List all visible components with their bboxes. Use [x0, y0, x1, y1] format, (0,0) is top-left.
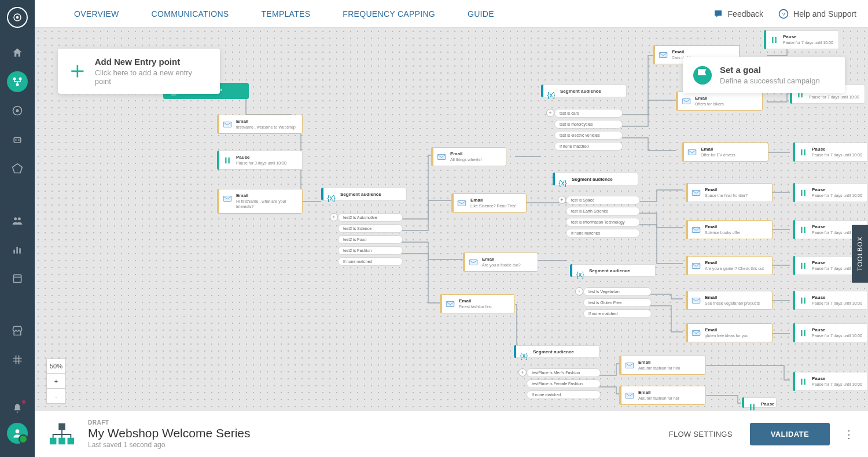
node-her-email[interactable]: EmailAutumn fashion for her: [619, 386, 706, 405]
node-segment-1[interactable]: {x}Segment audience: [321, 188, 407, 200]
svg-text:{x}: {x}: [547, 91, 556, 99]
branch-none[interactable]: If none matched: [554, 142, 623, 151]
node-science-email[interactable]: EmailLike Science? Read This!: [451, 193, 527, 213]
branch[interactable]: test2 is Fashion: [338, 246, 403, 255]
brand-logo[interactable]: [7, 7, 28, 28]
add-entry-card[interactable]: Add New Entry pointClick here to add a n…: [58, 49, 220, 94]
add-branch-button[interactable]: +: [558, 196, 566, 204]
flow-icon[interactable]: [7, 71, 28, 92]
flow-title[interactable]: My Webshop Welcome Series: [88, 426, 251, 440]
tab-guide[interactable]: GUIDE: [451, 0, 510, 28]
add-branch-button[interactable]: +: [575, 287, 583, 295]
add-branch-button[interactable]: +: [546, 109, 554, 117]
add-branch-button[interactable]: +: [330, 213, 338, 221]
node-pause7d-10[interactable]: Pause: [742, 397, 777, 408]
pause-icon: [747, 402, 757, 411]
node-veg-email[interactable]: EmailSee these vegetarian products: [686, 291, 773, 310]
node-segment-4[interactable]: {x}Segment audience: [570, 264, 656, 277]
branch[interactable]: test is Space: [566, 196, 640, 204]
svg-rect-59: [801, 330, 802, 337]
node-segment-3[interactable]: {x}Segment audience: [553, 173, 638, 185]
branch[interactable]: test2 is Food: [338, 235, 403, 244]
flow-settings-link[interactable]: FLOW SETTINGS: [669, 430, 733, 438]
feedback-link[interactable]: Feedback: [713, 9, 763, 19]
analytics-icon[interactable]: [7, 239, 28, 260]
branch-none[interactable]: If none matched: [527, 390, 601, 399]
node-segment-2[interactable]: {x}Segment audience: [541, 85, 627, 97]
branch[interactable]: testPlace is Female Fashion: [527, 379, 601, 388]
store-icon[interactable]: [7, 320, 28, 341]
node-pause7d-3[interactable]: PausePause for 7 days until 10:00: [793, 142, 868, 162]
node-bikers-email[interactable]: EmailOffers for bikers: [676, 92, 763, 111]
mail-icon: [691, 328, 701, 338]
node-segment-5[interactable]: {x}Segment audience: [514, 345, 599, 358]
node-gluten-email[interactable]: Emailgluten free ideas for you: [686, 323, 773, 342]
branch[interactable]: test is Vegetarian: [583, 287, 652, 296]
branch[interactable]: test is cars: [554, 109, 623, 118]
library-icon[interactable]: [7, 268, 28, 289]
node-ev-email[interactable]: EmailOffer for EV drivers: [682, 142, 768, 162]
tags-icon[interactable]: [7, 158, 28, 179]
draft-badge: DRAFT: [88, 419, 251, 426]
mail-icon: [222, 193, 233, 204]
svg-rect-36: [682, 99, 690, 104]
profile-avatar[interactable]: [7, 423, 28, 444]
svg-rect-25: [223, 196, 231, 202]
toolbox-tab[interactable]: TOOLBOX: [852, 225, 868, 283]
help-link[interactable]: ?Help and Support: [778, 9, 856, 19]
add-branch-button[interactable]: +: [518, 368, 527, 376]
branch[interactable]: test2 is Automotive: [338, 213, 403, 222]
bot-icon[interactable]: [7, 129, 28, 150]
bell-icon[interactable]: [7, 398, 28, 419]
more-menu-icon[interactable]: ⋮: [844, 428, 854, 441]
node-wheels-email[interactable]: EmailAll things wheels!: [431, 147, 506, 166]
tab-frequency-capping[interactable]: FREQUENCY CAPPING: [326, 0, 451, 28]
node-pause7d-8[interactable]: PausePause for 7 days until 10:00: [793, 323, 868, 342]
node-welcome-email[interactable]: EmailfirstName , welcome to Webshop!: [217, 115, 303, 134]
zoom-in-button[interactable]: +: [46, 374, 66, 389]
home-icon[interactable]: [7, 42, 28, 63]
tab-communications[interactable]: COMMUNICATIONS: [135, 0, 245, 28]
segment-icon: {x}: [558, 177, 568, 188]
node-pause7d-9[interactable]: PausePause for 7 days until 10:00: [793, 372, 868, 391]
users-icon[interactable]: [7, 210, 28, 231]
node-fashion-email[interactable]: EmailFinest fashion first: [440, 294, 515, 313]
node-pause7d-7[interactable]: PausePause for 7 days until 10:00: [793, 291, 868, 310]
set-goal-card[interactable]: Set a goalDefine a successful campaign: [683, 57, 845, 93]
node-pause7d-4[interactable]: PausePause for 7 days until 10:00: [793, 183, 868, 202]
branch-none[interactable]: If none matched: [338, 257, 403, 266]
svg-text:{x}: {x}: [576, 270, 584, 279]
node-scibooks-email[interactable]: EmailScience books offer: [686, 220, 773, 239]
flow-canvas[interactable]: Add New Entry pointClick here to add a n…: [35, 28, 868, 411]
tab-overview[interactable]: OVERVIEW: [58, 0, 135, 28]
node-interests-email[interactable]: EmailHi firstName , what are your intere…: [217, 189, 303, 214]
hash-icon[interactable]: [7, 349, 28, 370]
branch[interactable]: test is Gluten Free: [583, 298, 652, 307]
branch[interactable]: test is Earth Science: [566, 207, 640, 215]
branch[interactable]: test is motorcycles: [554, 120, 623, 129]
zoom-out-button[interactable]: -: [46, 389, 66, 404]
validate-button[interactable]: VALIDATE: [750, 423, 830, 445]
plus-icon: [68, 62, 87, 81]
segment-icon: {x}: [546, 89, 557, 100]
branch-none[interactable]: If none matched: [566, 229, 640, 237]
node-gamer-email[interactable]: EmailAre you a gamer? Check this out: [686, 256, 773, 275]
svg-rect-58: [804, 298, 806, 304]
node-him-email[interactable]: EmailAutumn fashion for him: [619, 356, 706, 375]
branch-none[interactable]: If none matched: [583, 309, 652, 318]
mail-icon: [658, 50, 668, 60]
svg-rect-40: [692, 264, 700, 269]
tab-templates[interactable]: TEMPLATES: [245, 0, 326, 28]
branch[interactable]: test is Information Technology: [566, 218, 640, 226]
branch[interactable]: testPlace is Men's Fashion: [527, 368, 601, 377]
branch[interactable]: test2 is Science: [338, 224, 403, 233]
svg-rect-51: [801, 190, 802, 196]
branch[interactable]: test is electric vehicles: [554, 131, 623, 140]
node-space-email[interactable]: EmailSpace the final frontier?: [686, 183, 773, 202]
node-pause-3d[interactable]: PausePause for 3 days until 10:00: [217, 151, 303, 170]
moments-icon[interactable]: [7, 100, 28, 121]
add-entry-title: Add New Entry point: [95, 57, 209, 67]
svg-text:?: ?: [782, 10, 785, 17]
node-foodie-email[interactable]: EmailAre you a foodie too?: [463, 253, 538, 272]
node-pause7d-1[interactable]: PausePause for 7 days until 10:00: [764, 30, 839, 49]
